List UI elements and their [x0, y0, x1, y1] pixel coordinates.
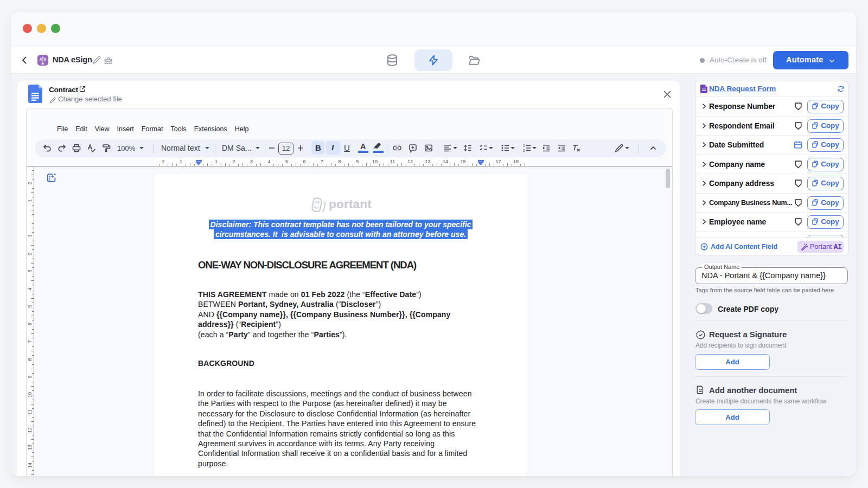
svg-text:2: 2	[523, 149, 525, 152]
svg-text:1: 1	[523, 144, 525, 147]
